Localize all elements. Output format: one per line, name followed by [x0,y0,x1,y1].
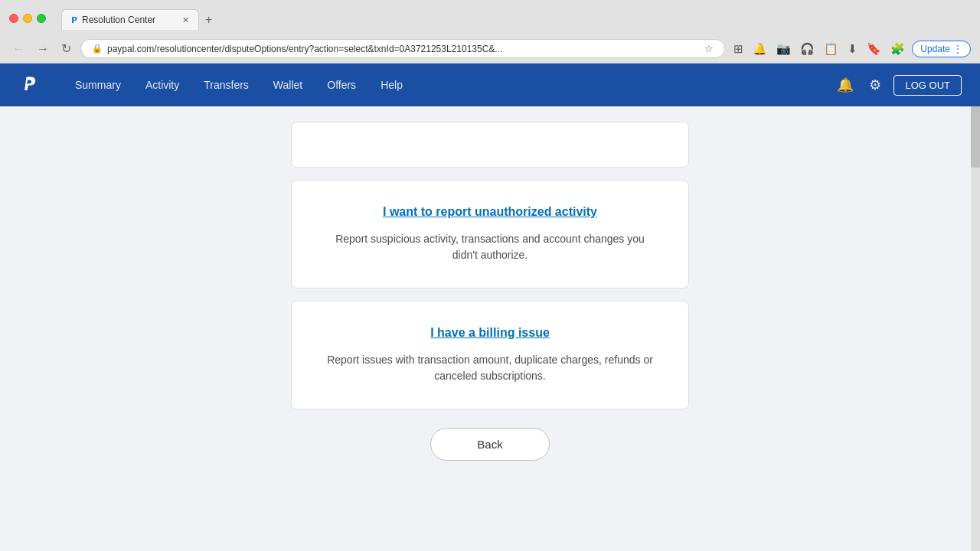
nav-offers[interactable]: Offers [316,73,367,97]
camera-icon[interactable]: 📷 [774,40,793,58]
update-button[interactable]: Update ⋮ [912,41,971,57]
billing-issue-card[interactable]: I have a billing issue Report issues wit… [291,301,689,409]
back-button[interactable]: Back [430,428,549,461]
new-tab-button[interactable]: + [199,10,218,30]
traffic-lights [9,14,46,23]
nav-help[interactable]: Help [370,73,413,97]
nav-links: Summary Activity Transfers Wallet Offers… [64,73,834,97]
active-tab[interactable]: 𝗣 Resolution Center ✕ [61,9,199,30]
unauthorized-activity-card[interactable]: I want to report unauthorized activity R… [291,180,689,289]
billing-issue-title: I have a billing issue [322,326,658,340]
minimize-button[interactable] [23,14,32,23]
tab-close-icon[interactable]: ✕ [182,15,189,25]
logout-button[interactable]: LOG OUT [893,75,962,96]
extensions-icon[interactable]: ⊞ [731,40,746,58]
paypal-logo-icon [18,74,40,96]
tab-favicon: 𝗣 [71,15,77,25]
tab-title: Resolution Center [82,15,155,25]
paypal-navbar: Summary Activity Transfers Wallet Offers… [0,64,980,106]
paypal-logo[interactable] [18,74,40,96]
lock-icon: 🔒 [92,44,103,54]
maximize-button[interactable] [37,14,46,23]
billing-issue-desc: Report issues with transaction amount, d… [322,352,658,384]
url-text: paypal.com/resolutioncenter/disputeOptio… [107,44,700,54]
address-bar: ← → ↻ 🔒 paypal.com/resolutioncenter/disp… [0,36,980,63]
bookmark-icon[interactable]: ☆ [704,43,714,54]
back-nav-button[interactable]: ← [9,41,28,57]
bookmark-manager-icon[interactable]: 🔖 [864,40,884,58]
scrollbar-track[interactable] [971,106,980,551]
browser-chrome: 𝗣 Resolution Center ✕ + ← → ↻ 🔒 paypal.c… [0,0,980,64]
unauthorized-activity-title: I want to report unauthorized activity [322,205,658,219]
tab-bar: 𝗣 Resolution Center ✕ + [52,6,971,30]
address-input[interactable]: 🔒 paypal.com/resolutioncenter/disputeOpt… [80,39,725,58]
titlebar: 𝗣 Resolution Center ✕ + [0,0,980,36]
settings-gear-icon[interactable]: ⚙ [866,73,884,96]
notifications-bell-icon[interactable]: 🔔 [834,73,857,96]
nav-summary[interactable]: Summary [64,73,132,97]
scrollbar-thumb[interactable] [971,106,980,168]
nav-wallet[interactable]: Wallet [263,73,313,97]
close-button[interactable] [9,14,18,23]
unauthorized-activity-desc: Report suspicious activity, transactions… [322,231,658,263]
notifications-icon[interactable]: 🔔 [750,40,769,58]
reading-list-icon[interactable]: 📋 [822,40,841,58]
reload-button[interactable]: ↻ [58,40,74,57]
nav-actions: 🔔 ⚙ LOG OUT [834,73,962,96]
extensions-puzzle-icon[interactable]: 🧩 [888,40,907,58]
update-label: Update [920,44,950,54]
download-icon[interactable]: ⬇ [845,40,860,58]
partial-card[interactable] [291,122,689,168]
main-content: I want to report unauthorized activity R… [0,106,980,551]
audio-icon[interactable]: 🎧 [798,40,817,58]
update-menu-icon: ⋮ [953,44,962,54]
toolbar-icons: ⊞ 🔔 📷 🎧 📋 ⬇ 🔖 🧩 Update ⋮ [731,40,971,58]
forward-nav-button[interactable]: → [34,41,52,57]
nav-transfers[interactable]: Transfers [193,73,260,97]
nav-activity[interactable]: Activity [135,73,190,97]
